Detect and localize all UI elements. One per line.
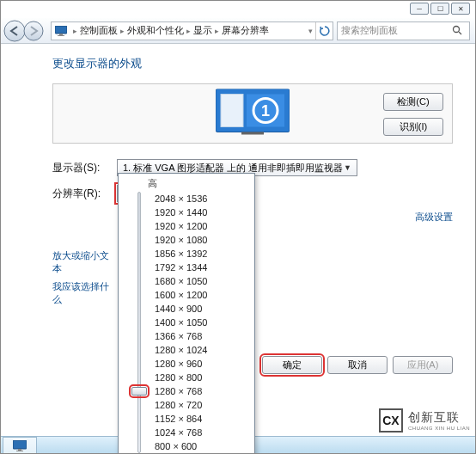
resolution-option[interactable]: 1024 × 768 [155,426,249,439]
resolution-option[interactable]: 1280 × 720 [155,398,249,412]
svg-point-0 [4,21,25,41]
svg-rect-14 [18,449,21,451]
breadcrumb-item[interactable]: 显示 [193,24,212,37]
slider-thumb[interactable] [131,387,147,396]
resolution-option[interactable]: 1856 × 1392 [155,247,249,261]
identify-button[interactable]: 识别(I) [383,118,443,136]
breadcrumb-item[interactable]: 控制面板 [80,24,118,37]
enlarge-text-link[interactable]: 放大或缩小文本 [52,249,113,275]
nav-bar: ▸ 控制面板 ▸ 外观和个性化 ▸ 显示 ▸ 屏幕分辨率 ▾ 搜索控制面板 [1,18,475,44]
svg-rect-8 [221,95,243,127]
chevron-down-icon: ▼ [344,163,351,172]
advanced-settings-link[interactable]: 高级设置 [415,212,453,222]
svg-text:1: 1 [261,102,270,120]
window-controls: ─ ☐ ✕ [410,3,470,15]
search-input[interactable]: 搜索控制面板 [337,21,470,40]
display-preview[interactable]: 1 [216,89,290,138]
svg-rect-15 [16,451,23,451]
svg-rect-13 [13,440,27,449]
ok-button[interactable]: 确定 [262,356,322,374]
apply-button: 应用(A) [393,356,453,374]
resolution-option[interactable]: 1440 × 900 [155,302,249,316]
resolution-option[interactable]: 1792 × 1344 [155,261,249,274]
svg-rect-4 [58,35,64,36]
close-icon: ✕ [458,5,464,13]
chevron-right-icon: ▸ [186,27,191,35]
resolution-slider-area[interactable]: 2048 × 15361920 × 14401920 × 12001920 × … [124,192,249,453]
resolution-option[interactable]: 1600 × 1200 [155,288,249,302]
watermark-text: 创新互联 [408,410,460,424]
resolution-option[interactable]: 1280 × 800 [155,371,249,384]
maximize-icon: ☐ [437,5,443,13]
slider-track[interactable] [137,192,141,453]
display-preview-box: 1 检测(C) 识别(I) [52,83,453,144]
resolution-option[interactable]: 2048 × 1536 [155,192,249,206]
search-placeholder: 搜索控制面板 [341,24,452,37]
page-title: 更改显示器的外观 [52,56,453,71]
watermark-logo: CX [379,408,403,433]
display-label: 显示器(S): [52,161,117,175]
search-icon [452,25,462,37]
resolution-option[interactable]: 1152 × 864 [155,412,249,426]
svg-point-1 [24,21,43,40]
chevron-right-icon: ▸ [215,27,219,35]
svg-point-5 [454,26,460,32]
resolution-option[interactable]: 1680 × 1050 [155,274,249,288]
resolution-option[interactable]: 1400 × 1050 [155,316,249,329]
which-setting-link[interactable]: 我应该选择什么 [52,280,113,306]
cancel-button[interactable]: 取消 [327,356,388,374]
resolution-option[interactable]: 1920 × 1080 [155,233,249,247]
breadcrumb-item[interactable]: 屏幕分辨率 [222,24,269,37]
watermark: CX 创新互联 CHUANG XIN HU LIAN [379,408,470,433]
resolution-label: 分辨率(R): [52,187,117,201]
breadcrumb[interactable]: ▸ 控制面板 ▸ 外观和个性化 ▸ 显示 ▸ 屏幕分辨率 ▾ [51,21,333,40]
resolution-option[interactable]: 1280 × 768 [155,384,249,398]
svg-rect-12 [241,132,264,135]
taskbar-item-display[interactable] [3,437,37,454]
svg-rect-3 [59,34,63,35]
resolution-option[interactable]: 1920 × 1440 [155,206,249,219]
resolution-option[interactable]: 1920 × 1200 [155,219,249,233]
monitor-icon [53,23,69,39]
nav-back-forward[interactable] [3,19,47,43]
resolution-option[interactable]: 800 × 600 [155,439,249,453]
svg-line-6 [459,32,461,34]
chevron-right-icon: ▸ [73,27,77,35]
resolution-option[interactable]: 1366 × 768 [155,329,249,343]
minimize-icon: ─ [417,5,422,13]
breadcrumb-item[interactable]: 外观和个性化 [127,24,184,37]
resolution-option[interactable]: 1280 × 960 [155,357,249,371]
window-close-button[interactable]: ✕ [451,3,470,15]
detect-button[interactable]: 检测(C) [383,93,443,111]
window-maximize-button[interactable]: ☐ [430,3,449,15]
resolution-dropdown: 高 2048 × 15361920 × 14401920 × 12001920 … [118,173,255,454]
svg-rect-2 [55,26,67,34]
watermark-sub: CHUANG XIN HU LIAN [408,426,470,431]
chevron-down-icon[interactable]: ▾ [308,27,313,35]
chevron-right-icon: ▸ [120,27,125,35]
window-minimize-button[interactable]: ─ [410,3,429,15]
scale-high-label: 高 [148,177,249,190]
refresh-button[interactable] [315,22,333,40]
resolution-option[interactable]: 1280 × 1024 [155,343,249,357]
